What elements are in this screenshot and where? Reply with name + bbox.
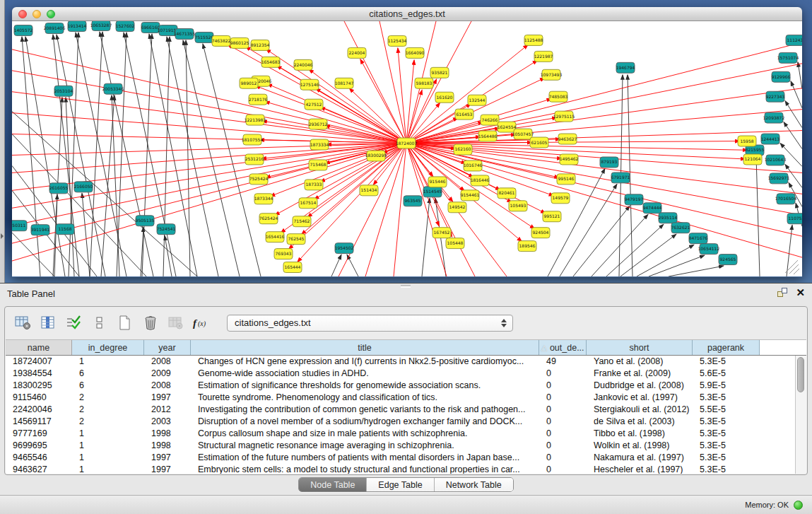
column-header-short[interactable]: short xyxy=(587,340,693,355)
network-node-yellow[interactable]: 149579 xyxy=(551,193,570,204)
network-node-teal[interactable]: 2616055 xyxy=(49,183,69,194)
network-node-teal[interactable]: 111243 xyxy=(786,35,802,45)
tab-network-table[interactable]: Network Table xyxy=(435,478,513,491)
network-node-yellow[interactable]: 9463627 xyxy=(558,134,577,144)
citation-edge-black[interactable] xyxy=(784,122,802,149)
network-node-teal[interactable]: 1954502 xyxy=(335,243,354,254)
network-node-teal[interactable]: 10210643 xyxy=(765,155,787,165)
network-node-teal[interactable]: 9505135 xyxy=(136,216,155,226)
network-node-yellow[interactable]: 746266 xyxy=(481,115,499,125)
table-settings-icon[interactable] xyxy=(13,313,33,332)
network-node-teal[interactable]: 14671355 xyxy=(174,28,196,39)
network-node-yellow[interactable]: 1873334 xyxy=(310,139,329,150)
network-node-yellow[interactable]: 18300295 xyxy=(365,151,387,161)
citation-edge-black[interactable] xyxy=(649,255,705,276)
network-node-yellow[interactable]: 995121 xyxy=(543,211,561,222)
network-node-teal[interactable]: 7515526 xyxy=(195,32,214,42)
citation-edge-black[interactable] xyxy=(112,95,119,276)
network-node-yellow[interactable]: 7463822 xyxy=(212,35,231,46)
network-node-yellow[interactable]: 167452 xyxy=(433,228,451,238)
citation-edge-black[interactable] xyxy=(142,34,152,276)
network-node-yellow[interactable]: 224004 xyxy=(348,47,366,58)
column-header-year[interactable]: year xyxy=(144,340,191,355)
network-node-teal[interactable]: 7524541 xyxy=(157,224,176,235)
table-selector-dropdown[interactable]: citations_edges.txt xyxy=(227,315,513,332)
citation-edge-red[interactable] xyxy=(406,144,535,229)
column-header-in_degree[interactable]: in_degree xyxy=(72,340,144,355)
scrollbar-thumb[interactable] xyxy=(797,357,804,392)
control-panel-divider[interactable] xyxy=(0,0,5,283)
network-node-yellow[interactable]: 616453 xyxy=(455,109,473,119)
citation-edge-red[interactable] xyxy=(266,49,406,143)
network-node-teal[interactable]: 17016504 xyxy=(775,194,797,204)
network-node-yellow[interactable]: 1275146 xyxy=(300,79,319,90)
citation-edge-black[interactable] xyxy=(785,101,802,128)
row-selection-icon[interactable] xyxy=(64,313,83,332)
network-node-teal[interactable]: 2053104 xyxy=(54,86,73,96)
function-builder-icon[interactable]: f(x) xyxy=(192,313,211,332)
network-node-yellow[interactable]: 149542 xyxy=(448,202,466,213)
network-node-teal[interactable]: 20053346 xyxy=(102,83,124,94)
network-node-yellow[interactable]: 1125434 xyxy=(388,35,407,46)
network-node-teal[interactable]: 1244413 xyxy=(761,134,780,144)
citation-edge-red[interactable] xyxy=(406,42,802,144)
network-node-teal[interactable]: 15751074 xyxy=(777,52,799,63)
network-node-yellow[interactable]: 9154461 xyxy=(461,190,480,201)
network-node-yellow[interactable]: 1873344 xyxy=(254,194,273,204)
table-row[interactable]: 1456911722003Disruption of a novel membe… xyxy=(6,416,795,428)
network-node-yellow[interactable]: 1654416 xyxy=(266,232,285,243)
citation-edge-red[interactable] xyxy=(406,64,802,144)
network-node-teal[interactable]: 924565 xyxy=(719,255,737,265)
network-node-yellow[interactable]: 762545 xyxy=(287,234,305,245)
network-node-yellow[interactable]: 189546 xyxy=(518,241,536,252)
citation-edge-black[interactable] xyxy=(669,266,724,276)
network-node-teal[interactable]: 9479197 xyxy=(625,194,644,205)
network-node-teal[interactable]: 10653287 xyxy=(90,21,112,30)
close-panel-icon[interactable]: ✕ xyxy=(796,287,805,298)
window-resize-grip[interactable] xyxy=(789,264,799,274)
table-row[interactable]: 1872400712008Changes of HCN gene express… xyxy=(6,356,795,368)
network-node-yellow[interactable]: 10973493 xyxy=(541,69,563,80)
network-node-teal[interactable]: 15692971 xyxy=(768,173,790,184)
network-node-teal[interactable]: 9474444 xyxy=(643,203,662,214)
network-node-teal[interactable]: 110753 xyxy=(787,214,802,224)
network-node-yellow[interactable]: 18724007 xyxy=(396,138,418,148)
network-node-teal[interactable]: 1527602 xyxy=(116,21,135,31)
network-node-yellow[interactable]: 105448 xyxy=(446,238,464,249)
citation-edge-black[interactable] xyxy=(163,37,170,276)
citation-edge-red[interactable] xyxy=(262,121,406,143)
network-node-teal[interactable]: 9129966 xyxy=(772,71,791,82)
network-node-teal[interactable]: 10654112 xyxy=(698,244,720,255)
citation-edge-black[interactable] xyxy=(124,33,176,276)
network-node-yellow[interactable]: 18107554 xyxy=(242,134,264,145)
delete-icon[interactable] xyxy=(141,313,160,332)
network-node-yellow[interactable]: 820461 xyxy=(498,188,516,199)
new-column-icon[interactable] xyxy=(115,313,134,332)
network-node-yellow[interactable]: 7525424 xyxy=(249,174,269,185)
network-node-yellow[interactable]: 427512 xyxy=(305,99,323,110)
network-node-yellow[interactable]: 1564486 xyxy=(478,131,498,141)
network-node-yellow[interactable]: 1816446 xyxy=(471,175,490,186)
divider-arrow-icon[interactable] xyxy=(1,233,4,239)
network-node-yellow[interactable]: 2718176 xyxy=(249,94,268,105)
zoom-button[interactable] xyxy=(47,10,55,18)
network-node-yellow[interactable]: 1495462 xyxy=(560,154,579,165)
network-node-yellow[interactable]: 162160 xyxy=(454,144,472,155)
network-node-teal[interactable]: 12093872 xyxy=(763,112,785,123)
network-node-yellow[interactable]: 1081747 xyxy=(335,78,354,88)
close-button[interactable] xyxy=(18,10,27,18)
tab-node-table[interactable]: Node Table xyxy=(299,478,367,491)
window-titlebar[interactable]: citations_edges.txt xyxy=(12,7,802,21)
table-row[interactable]: 946362711997Embryonic stem cells: a mode… xyxy=(6,464,795,474)
network-node-yellow[interactable]: 1654683 xyxy=(261,57,281,67)
panel-drag-handle[interactable] xyxy=(401,285,411,288)
citation-edge-black[interactable] xyxy=(548,168,605,276)
citation-edge-black[interactable] xyxy=(186,40,190,276)
network-node-yellow[interactable]: 7625424 xyxy=(259,214,278,224)
column-header-name[interactable]: name xyxy=(6,340,72,355)
network-node-teal[interactable]: 1946794 xyxy=(616,62,635,73)
citation-edge-black[interactable] xyxy=(798,62,802,89)
citation-edge-black[interactable] xyxy=(637,245,694,276)
citation-edge-black[interactable] xyxy=(53,35,79,276)
network-node-yellow[interactable]: 12213983 xyxy=(245,115,266,125)
